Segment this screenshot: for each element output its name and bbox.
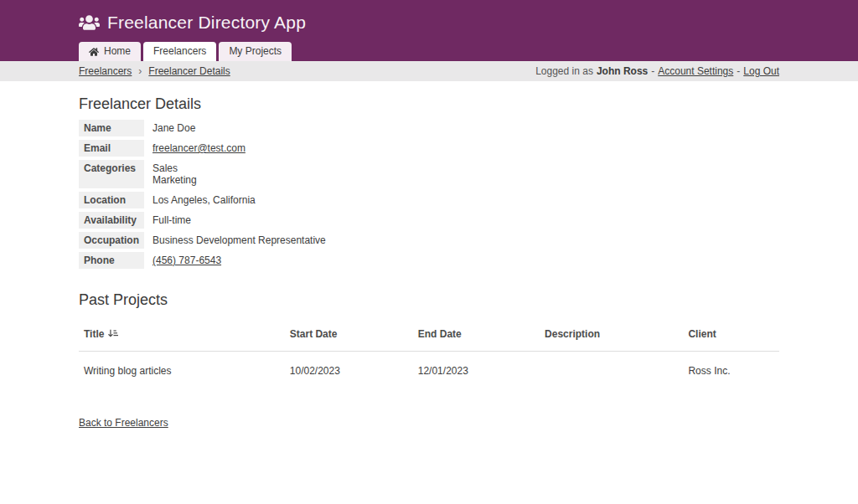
project-title-cell: Writing blog articles bbox=[79, 352, 285, 384]
brand: Freelancer Directory App bbox=[79, 0, 779, 35]
session-separator: - bbox=[651, 65, 654, 77]
phone-link[interactable]: (456) 787-6543 bbox=[152, 255, 221, 266]
project-end-date-cell: 12/01/2023 bbox=[413, 352, 540, 384]
email-link[interactable]: freelancer@test.com bbox=[152, 142, 246, 154]
logged-in-user: John Ross bbox=[597, 65, 648, 77]
account-settings-link[interactable]: Account Settings bbox=[658, 65, 733, 77]
detail-label-name: Name bbox=[79, 120, 144, 136]
column-header-end-date: End Date bbox=[413, 323, 540, 352]
project-client-cell: Ross Inc. bbox=[683, 352, 779, 384]
project-start-date-cell: 10/02/2023 bbox=[285, 352, 413, 384]
detail-row-occupation: Occupation Business Development Represen… bbox=[79, 232, 334, 249]
freelancer-details-heading: Freelancer Details bbox=[79, 94, 779, 114]
breadcrumb-freelancer-details-link[interactable]: Freelancer Details bbox=[148, 65, 230, 77]
tab-home[interactable]: Home bbox=[79, 42, 141, 61]
detail-value-occupation: Business Development Representative bbox=[144, 232, 334, 249]
detail-row-location: Location Los Angeles, California bbox=[79, 192, 334, 208]
detail-label-location: Location bbox=[79, 192, 144, 208]
breadcrumb-freelancers-link[interactable]: Freelancers bbox=[79, 65, 132, 77]
detail-value-phone: (456) 787-6543 bbox=[144, 252, 334, 269]
detail-row-availability: Availability Full-time bbox=[79, 212, 334, 229]
detail-value-name: Jane Doe bbox=[144, 120, 334, 136]
main-content: Freelancer Details Name Jane Doe Email f… bbox=[79, 94, 779, 429]
breadcrumb: Freelancers › Freelancer Details bbox=[79, 65, 230, 77]
tab-freelancers[interactable]: Freelancers bbox=[143, 42, 216, 61]
column-header-title[interactable]: Title bbox=[79, 323, 285, 352]
past-projects-heading: Past Projects bbox=[79, 290, 779, 310]
main-nav: Home Freelancers My Projects bbox=[79, 42, 779, 61]
detail-label-email: Email bbox=[79, 140, 144, 157]
category-item: Marketing bbox=[152, 174, 326, 186]
freelancer-details-table: Name Jane Doe Email freelancer@test.com … bbox=[79, 116, 334, 272]
column-header-start-date: Start Date bbox=[285, 323, 413, 352]
detail-row-email: Email freelancer@test.com bbox=[79, 140, 334, 157]
category-item: Sales bbox=[152, 162, 326, 174]
column-header-client: Client bbox=[683, 323, 779, 352]
app-title: Freelancer Directory App bbox=[107, 13, 306, 33]
detail-label-categories: Categories bbox=[79, 160, 144, 188]
detail-value-email: freelancer@test.com bbox=[144, 140, 334, 157]
topbar: Freelancers › Freelancer Details Logged … bbox=[0, 61, 858, 81]
log-out-link[interactable]: Log Out bbox=[743, 65, 779, 77]
tab-home-label: Home bbox=[104, 46, 131, 57]
detail-value-location: Los Angeles, California bbox=[144, 192, 334, 208]
detail-row-phone: Phone (456) 787-6543 bbox=[79, 252, 334, 269]
detail-label-availability: Availability bbox=[79, 212, 144, 229]
detail-row-name: Name Jane Doe bbox=[79, 120, 334, 136]
column-header-description: Description bbox=[540, 323, 683, 352]
tab-freelancers-label: Freelancers bbox=[153, 46, 206, 57]
tab-my-projects-label: My Projects bbox=[229, 46, 282, 57]
breadcrumb-separator: › bbox=[138, 65, 142, 77]
users-icon bbox=[79, 14, 100, 31]
past-projects-table: Title Start Date End Date Description Cl… bbox=[79, 323, 779, 383]
tab-my-projects[interactable]: My Projects bbox=[219, 42, 292, 61]
session-info: Logged in as John Ross - Account Setting… bbox=[535, 65, 779, 77]
detail-label-occupation: Occupation bbox=[79, 232, 144, 249]
project-row: Writing blog articles 10/02/2023 12/01/2… bbox=[79, 352, 779, 384]
detail-value-availability: Full-time bbox=[144, 212, 334, 229]
app-header: Freelancer Directory App Home Freelancer… bbox=[0, 0, 858, 61]
logged-in-as-text: Logged in as bbox=[535, 65, 593, 77]
detail-label-phone: Phone bbox=[79, 252, 144, 269]
projects-header-row: Title Start Date End Date Description Cl… bbox=[79, 323, 779, 352]
project-description-cell bbox=[540, 352, 683, 384]
detail-value-categories: Sales Marketing bbox=[144, 160, 334, 188]
back-to-freelancers-link[interactable]: Back to Freelancers bbox=[79, 417, 168, 429]
session-separator: - bbox=[737, 65, 740, 77]
sort-icon bbox=[107, 328, 118, 339]
detail-row-categories: Categories Sales Marketing bbox=[79, 160, 334, 188]
home-icon bbox=[89, 47, 99, 57]
